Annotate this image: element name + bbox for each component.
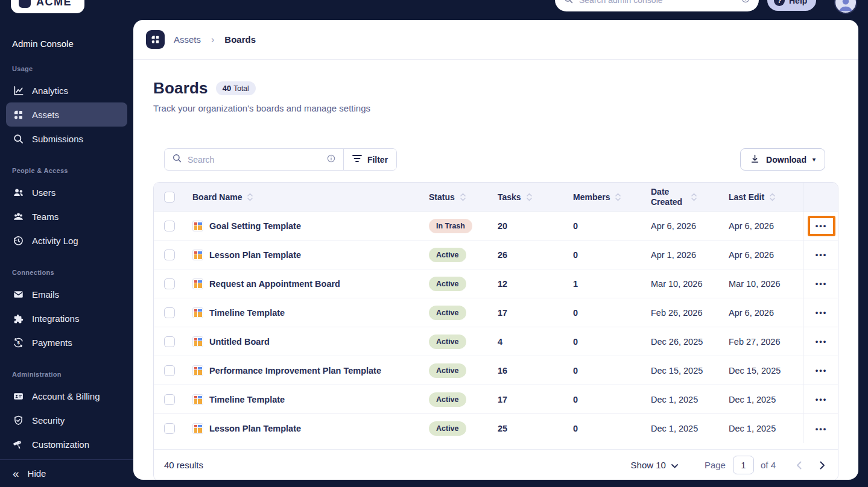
table-search-input[interactable]	[188, 155, 321, 165]
topbar: ? Help	[133, 0, 868, 20]
info-icon[interactable]	[326, 154, 336, 166]
download-button[interactable]: Download ▾	[740, 148, 825, 171]
row-checkbox[interactable]	[164, 394, 175, 405]
sidebar-item-emails[interactable]: Emails	[6, 282, 127, 306]
ellipsis-icon: •••	[816, 222, 828, 230]
assets-icon	[12, 108, 24, 121]
board-name-link[interactable]: Timeline Template	[209, 308, 285, 318]
sort-icon[interactable]	[769, 192, 776, 202]
tasks-value: 16	[498, 366, 573, 375]
previous-page-button[interactable]	[794, 459, 804, 472]
column-header-board-name: Board Name	[192, 192, 242, 202]
sidebar-item-label: Activity Log	[32, 236, 78, 246]
sidebar-item-users[interactable]: Users	[6, 180, 127, 204]
members-value: 0	[573, 250, 651, 260]
status-badge: Active	[429, 277, 466, 291]
sidebar-item-activity-log[interactable]: Activity Log	[6, 228, 127, 253]
ellipsis-icon: •••	[816, 366, 828, 374]
row-checkbox[interactable]	[164, 423, 175, 434]
page-label: Page	[705, 460, 726, 470]
date-created-value: Feb 26, 2026	[651, 308, 729, 318]
board-name-link[interactable]: Timeline Template	[209, 395, 285, 404]
sidebar-item-label: Customization	[32, 439, 89, 450]
row-checkbox[interactable]	[164, 307, 175, 318]
row-actions-button[interactable]: •••	[808, 418, 835, 439]
row-checkbox[interactable]	[164, 336, 175, 347]
board-name-link[interactable]: Lesson Plan Template	[209, 424, 301, 433]
page-subtitle: Track your organization's boards and man…	[153, 103, 838, 113]
global-search[interactable]	[555, 0, 759, 11]
tasks-value: 20	[498, 221, 573, 231]
sidebar-item-customization[interactable]: Customization	[6, 432, 127, 456]
global-search-input[interactable]	[579, 0, 735, 5]
sort-icon[interactable]	[691, 192, 697, 202]
members-value: 0	[573, 337, 651, 347]
tasks-value: 4	[498, 337, 573, 347]
sidebar-item-teams[interactable]: Teams	[6, 204, 127, 228]
status-badge: Active	[429, 392, 466, 407]
select-all-checkbox[interactable]	[164, 192, 175, 203]
row-checkbox[interactable]	[164, 278, 175, 289]
row-actions-button[interactable]: •••	[808, 360, 835, 381]
sort-icon[interactable]	[460, 192, 466, 202]
caret-down-icon: ▾	[813, 156, 816, 163]
column-header-status: Status	[429, 192, 455, 202]
column-header-members: Members	[573, 192, 610, 202]
download-label: Download	[766, 155, 806, 165]
row-actions-button[interactable]: •••	[808, 331, 835, 352]
table-row: Request an Appointment Board Active 12 1…	[154, 269, 838, 298]
envelope-icon	[12, 288, 24, 300]
row-checkbox[interactable]	[164, 250, 175, 260]
row-actions-button[interactable]: •••	[808, 216, 835, 236]
row-checkbox[interactable]	[164, 221, 175, 231]
table-row: Timeline Template Active 17 0 Feb 26, 20…	[154, 298, 838, 327]
status-badge: Active	[429, 306, 466, 320]
next-page-button[interactable]	[817, 459, 828, 472]
page-size-select[interactable]: Show 10	[631, 460, 678, 470]
hide-sidebar-button[interactable]: « Hide	[0, 459, 133, 487]
last-edit-value: Apr 6, 2026	[729, 250, 803, 260]
teams-icon	[12, 210, 24, 222]
boards-table: Board Name Status Tasks Members	[153, 182, 838, 480]
row-actions-button[interactable]: •••	[808, 245, 835, 265]
sidebar-item-submissions[interactable]: Submissions	[6, 127, 127, 151]
avatar[interactable]	[834, 0, 857, 14]
acme-logo[interactable]: ACME	[11, 0, 84, 13]
sidebar-item-assets[interactable]: Assets	[6, 102, 127, 127]
board-name-link[interactable]: Untitled Board	[209, 337, 270, 347]
sidebar-item-analytics[interactable]: Analytics	[6, 78, 127, 102]
filter-button[interactable]: Filter	[343, 149, 396, 170]
sort-icon[interactable]	[247, 192, 253, 202]
board-icon	[192, 394, 203, 405]
page-size-label: Show 10	[631, 460, 666, 470]
sort-icon[interactable]	[615, 192, 621, 202]
board-icon	[192, 250, 203, 260]
filter-label: Filter	[367, 155, 388, 165]
sidebar-item-account-billing[interactable]: Account & Billing	[6, 384, 127, 408]
board-name-link[interactable]: Request an Appointment Board	[209, 279, 340, 289]
sidebar-item-security[interactable]: Security	[6, 408, 127, 432]
date-created-value: Dec 15, 2025	[651, 366, 729, 375]
sort-icon[interactable]	[526, 192, 533, 202]
row-actions-button[interactable]: •••	[808, 303, 835, 323]
row-actions-button[interactable]: •••	[808, 274, 835, 294]
chevron-down-icon	[671, 460, 678, 470]
sidebar-item-payments[interactable]: $ Payments	[6, 330, 127, 354]
clipped-row	[154, 443, 838, 450]
sidebar-item-integrations[interactable]: Integrations	[6, 306, 127, 330]
row-checkbox[interactable]	[164, 365, 175, 376]
members-value: 0	[573, 366, 651, 375]
table-search[interactable]	[165, 149, 343, 170]
date-created-value: Dec 26, 2025	[651, 337, 729, 347]
board-name-link[interactable]: Performance Improvement Plan Template	[209, 366, 381, 375]
puzzle-icon	[12, 312, 24, 324]
row-actions-button[interactable]: •••	[808, 389, 835, 410]
sidebar-item-label: Teams	[32, 212, 59, 222]
help-button[interactable]: ? Help	[767, 0, 816, 11]
page-number-input[interactable]	[733, 456, 754, 474]
board-name-link[interactable]: Lesson Plan Template	[209, 250, 301, 260]
breadcrumb-assets-link[interactable]: Assets	[174, 34, 201, 45]
acme-logo-text: ACME	[36, 0, 72, 8]
board-name-link[interactable]: Goal Setting Template	[209, 221, 301, 231]
table-body: Goal Setting Template In Trash 20 0 Apr …	[154, 212, 838, 443]
